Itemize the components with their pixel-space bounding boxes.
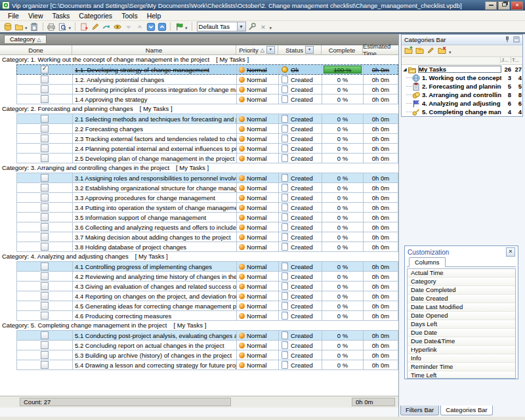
task-row[interactable]: 2.2 Forecasting changesNormalCreated0 %0… — [16, 123, 398, 134]
menu-categories[interactable]: Categories — [75, 11, 116, 20]
task-checkbox[interactable] — [41, 262, 49, 270]
task-checkbox[interactable] — [41, 213, 49, 221]
edit-category-icon[interactable] — [427, 46, 435, 56]
customization-column-item[interactable]: Time Left — [408, 371, 515, 379]
task-row[interactable]: 4.6 Producing correcting measuresNormalC… — [16, 310, 398, 321]
customization-column-item[interactable]: Date Completed — [408, 286, 515, 295]
task-row[interactable]: 1.1. Developing strategy of change manag… — [16, 64, 398, 75]
customization-column-item[interactable]: Date Opened — [408, 312, 515, 320]
task-row[interactable]: 1.4 Approving the strategyNormalCreated0… — [16, 94, 398, 104]
delete-category-icon[interactable] — [438, 46, 446, 56]
open-dropdown-icon[interactable]: ▾ — [25, 26, 28, 31]
minimize-button[interactable] — [485, 1, 497, 10]
pin-icon[interactable] — [504, 36, 511, 44]
task-checkbox[interactable] — [41, 331, 49, 339]
task-checkbox[interactable] — [41, 144, 49, 152]
task-row[interactable]: 3.4 Putting into operation the system of… — [16, 202, 398, 213]
print-dropdown-icon[interactable]: ▾ — [69, 26, 72, 31]
hide-panel-icon[interactable] — [513, 36, 520, 44]
print-preview-icon[interactable] — [58, 22, 68, 32]
task-checkbox[interactable] — [41, 174, 49, 182]
task-checkbox[interactable] — [41, 184, 49, 192]
task-row[interactable]: 1.3 Defining principles of process integ… — [16, 84, 398, 94]
customization-column-item[interactable]: Due Date — [408, 329, 515, 337]
task-checkbox[interactable] — [41, 282, 49, 290]
column-header-done[interactable]: Done — [0, 45, 72, 54]
task-row[interactable]: 4.2 Reviewing and analyzing time history… — [16, 271, 398, 282]
tab-categories-bar[interactable]: Categories Bar — [440, 406, 492, 415]
task-checkbox[interactable] — [41, 272, 49, 280]
expand-all-icon[interactable] — [146, 22, 156, 32]
task-checkbox[interactable] — [41, 351, 49, 359]
customization-column-item[interactable]: Due Date&Time — [408, 337, 515, 346]
close-customization-icon[interactable]: × — [506, 247, 515, 257]
task-row[interactable]: 3.3 Approving procedures for change mana… — [16, 192, 398, 203]
menu-tools[interactable]: Tools — [117, 11, 142, 20]
add-category-icon[interactable] — [404, 46, 413, 56]
close-button[interactable]: × — [511, 1, 523, 10]
task-row[interactable]: 3.2 Establishing organizational structur… — [16, 182, 398, 193]
task-row[interactable]: 3.7 Making decision about adding changes… — [16, 232, 398, 242]
customization-column-item[interactable]: Days Left — [408, 320, 515, 329]
task-row[interactable]: 3.5 Information support of change manage… — [16, 212, 398, 222]
collapse-all-icon[interactable] — [157, 22, 167, 32]
customization-column-item[interactable]: Hyperlink — [408, 346, 515, 354]
status-filter-icon[interactable]: ▾ — [305, 46, 314, 54]
menu-tasks[interactable]: Tasks — [49, 11, 74, 20]
task-checkbox[interactable] — [41, 292, 49, 300]
my-tasks-tree-item[interactable]: ◢My Tasks2627 — [402, 65, 522, 74]
task-checkbox[interactable] — [41, 194, 49, 201]
task-row[interactable]: 3.8 Holding database of project changesN… — [16, 242, 398, 252]
task-checkbox[interactable] — [41, 75, 49, 83]
task-row[interactable]: 2.4 Planning potential internal and exte… — [16, 143, 398, 154]
customization-column-item[interactable]: Info — [408, 354, 515, 363]
move-down-icon[interactable] — [123, 22, 133, 32]
move-up-icon[interactable] — [135, 22, 144, 32]
new-database-icon[interactable] — [3, 22, 12, 32]
task-row[interactable]: 5.3 Building up archive (history) of cha… — [16, 350, 398, 360]
task-row[interactable]: 2.5 Developing plan of change management… — [16, 153, 398, 163]
customization-column-item[interactable]: Date Last Modified — [408, 303, 515, 312]
task-type-combo[interactable]: Default Tas ▼ — [197, 22, 246, 32]
task-checkbox[interactable] — [41, 85, 49, 93]
task-checkbox[interactable] — [41, 203, 49, 211]
flag-icon[interactable] — [174, 22, 184, 32]
task-row[interactable]: 5.4 Drawing a lesson and correcting stra… — [16, 360, 398, 370]
task-checkbox[interactable] — [41, 125, 49, 133]
task-checkbox[interactable] — [41, 243, 49, 251]
categories-toolbar-overflow-icon[interactable]: ▾ — [449, 50, 452, 55]
category-tree-item[interactable]: 2. Forecasting and planning chan55 — [402, 82, 522, 91]
assign-task-icon[interactable] — [101, 22, 111, 32]
task-row[interactable]: 4.5 Generating ideas for correcting chan… — [16, 301, 398, 311]
tree-column-jobs[interactable]: J... — [500, 57, 511, 63]
task-checkbox[interactable] — [41, 66, 49, 74]
task-row[interactable]: 1.2. Analysing potential changesNormalCr… — [16, 74, 398, 85]
task-row[interactable]: 2.3 Tracking external factors and tenden… — [16, 133, 398, 144]
flag-dropdown-icon[interactable]: ▾ — [185, 26, 188, 31]
column-header-name[interactable]: Name — [72, 45, 236, 54]
category-tree-item[interactable]: 1. Working out the concept of ch34 — [402, 74, 522, 82]
new-task-icon[interactable] — [79, 22, 89, 32]
task-row[interactable]: 5.2 Concluding report on actual changes … — [16, 340, 398, 350]
tab-columns[interactable]: Columns — [409, 257, 446, 267]
menu-file[interactable]: File — [4, 11, 23, 20]
view-task-icon[interactable] — [112, 22, 122, 32]
customization-column-item[interactable]: Date Created — [408, 295, 515, 303]
tree-column-tasks[interactable]: T... — [511, 57, 522, 63]
toolbar-overflow-icon[interactable]: ▾ — [270, 26, 272, 31]
task-row[interactable]: 4.1 Controlling progress of implementing… — [16, 261, 398, 272]
customization-column-item[interactable]: Actual Time — [408, 269, 515, 278]
task-checkbox[interactable] — [41, 302, 49, 310]
task-checkbox[interactable] — [41, 115, 49, 123]
menu-help[interactable]: Help — [143, 11, 165, 20]
group-by-category-button[interactable]: Category △ — [4, 35, 47, 44]
open-database-icon[interactable] — [14, 22, 24, 32]
column-header-estimated-time[interactable]: Estimated Time — [363, 45, 398, 54]
category-tree-item[interactable]: 3. Arranging and controlling chan88 — [402, 91, 522, 99]
customize-task-type-icon[interactable] — [247, 22, 257, 32]
delete-task-type-icon[interactable]: × — [259, 22, 268, 32]
edit-task-icon[interactable] — [90, 22, 100, 32]
priority-filter-icon[interactable]: ▾ — [266, 46, 275, 54]
task-row[interactable]: 4.4 Reporting on changes on the project,… — [16, 291, 398, 301]
print-icon[interactable] — [47, 22, 56, 32]
